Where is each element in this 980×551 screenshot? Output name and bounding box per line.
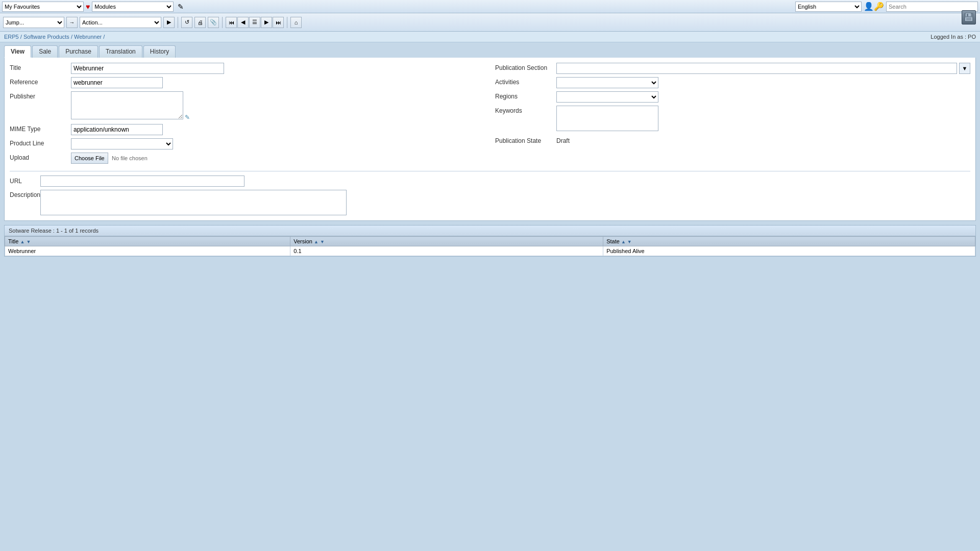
- software-release-table: Title ▲ ▼ Version ▲ ▼ State ▲ ▼ Webrunne…: [5, 236, 975, 256]
- breadcrumb-webrunner[interactable]: Webrunner: [74, 34, 102, 40]
- pub-section-dropdown-btn[interactable]: ▼: [959, 63, 970, 74]
- publisher-edit-icon[interactable]: ✎: [185, 114, 190, 121]
- pub-section-row: Publication Section ▼: [495, 63, 970, 74]
- jump-button[interactable]: →: [66, 17, 78, 28]
- breadcrumb-erp5[interactable]: ERP5: [4, 34, 19, 40]
- tab-sale[interactable]: Sale: [32, 45, 58, 58]
- refresh-button[interactable]: ↺: [181, 17, 192, 28]
- toolbar-separator-3: [287, 17, 287, 28]
- action-go-button[interactable]: ▶: [163, 17, 175, 28]
- pub-section-input[interactable]: [556, 63, 957, 74]
- language-select[interactable]: English: [795, 2, 862, 12]
- print-button[interactable]: 🖨: [194, 17, 206, 28]
- breadcrumb-sep-3: /: [103, 34, 105, 40]
- pub-state-label: Publication State: [495, 136, 556, 144]
- breadcrumb-software-products[interactable]: Software Products: [23, 34, 69, 40]
- top-bar-left: My Favourites ♥ Modules ✎: [2, 2, 795, 12]
- url-input[interactable]: [40, 176, 244, 187]
- form-section-main: Title Reference Publisher ✎ MIME T: [10, 63, 970, 167]
- mime-type-input[interactable]: [71, 124, 163, 135]
- nav-next-button[interactable]: ▶: [261, 17, 272, 28]
- user-icon: 👤🔑: [864, 2, 884, 11]
- title-input[interactable]: [71, 63, 224, 74]
- attach-icon-button[interactable]: 📎: [208, 17, 219, 28]
- nav-prev-button[interactable]: ◀: [237, 17, 249, 28]
- regions-select[interactable]: [556, 91, 658, 103]
- action-select[interactable]: Action...: [80, 17, 161, 28]
- form-left-column: Title Reference Publisher ✎ MIME T: [10, 63, 485, 167]
- mime-type-row: MIME Type: [10, 124, 485, 135]
- mime-type-label: MIME Type: [10, 124, 71, 133]
- mime-type-field: [71, 124, 485, 135]
- title-sort-asc-icon[interactable]: ▲: [20, 239, 24, 244]
- product-line-select[interactable]: [71, 138, 173, 149]
- tab-view[interactable]: View: [4, 45, 31, 58]
- activities-label: Activities: [495, 77, 556, 86]
- nav-last-button[interactable]: ⏭: [273, 17, 284, 28]
- save-icon-container: [962, 10, 978, 27]
- state-column-header[interactable]: State ▲ ▼: [603, 237, 975, 246]
- heart-button[interactable]: ♥: [86, 3, 90, 11]
- form-right-column: Publication Section ▼ Activities Regions: [495, 63, 970, 167]
- publisher-row: Publisher ✎: [10, 91, 485, 121]
- tab-purchase[interactable]: Purchase: [59, 45, 98, 58]
- nav-first-button[interactable]: ⏮: [226, 17, 237, 28]
- url-label: URL: [10, 178, 40, 185]
- regions-label: Regions: [495, 91, 556, 100]
- state-column-label: State: [606, 238, 620, 244]
- publisher-textarea[interactable]: [71, 91, 183, 119]
- breadcrumb-path: ERP5 / Software Products / Webrunner /: [4, 34, 105, 40]
- upload-label: Upload: [10, 153, 71, 161]
- description-label: Description: [10, 190, 40, 198]
- version-sort-asc-icon[interactable]: ▲: [314, 239, 318, 244]
- table-row: Webrunner 0.1 Published Alive: [5, 246, 975, 256]
- toolbar: Jump... → Action... ▶ ↺ 🖨 📎 ⏮ ◀ ☰ ▶ ⏭ ⌂: [0, 13, 980, 32]
- regions-row: Regions: [495, 91, 970, 103]
- form-container: Title Reference Publisher ✎ MIME T: [4, 58, 976, 221]
- state-sort-desc-icon[interactable]: ▼: [627, 239, 632, 244]
- keywords-textarea[interactable]: [556, 106, 658, 131]
- activities-row: Activities: [495, 77, 970, 88]
- keywords-label: Keywords: [495, 106, 556, 114]
- top-bar-right: English 👤🔑: [795, 2, 978, 12]
- description-textarea[interactable]: [40, 190, 347, 215]
- toolbar-separator-1: [178, 17, 178, 28]
- publisher-field: ✎: [71, 91, 485, 121]
- tabs-container: View Sale Purchase Translation History: [0, 42, 980, 58]
- version-column-header[interactable]: Version ▲ ▼: [290, 237, 603, 246]
- upload-row: Upload Choose File No file chosen: [10, 153, 485, 164]
- pub-state-value: Draft: [556, 136, 970, 144]
- favourites-select[interactable]: My Favourites: [2, 2, 84, 12]
- title-cell: Webrunner: [5, 246, 290, 256]
- tab-history[interactable]: History: [143, 45, 176, 58]
- choose-file-button[interactable]: Choose File: [71, 153, 108, 164]
- activities-select[interactable]: [556, 77, 658, 88]
- product-line-label: Product Line: [10, 138, 71, 147]
- title-sort-desc-icon[interactable]: ▼: [26, 239, 31, 244]
- edit-module-button[interactable]: ✎: [176, 2, 186, 12]
- version-cell: 0.1: [290, 246, 603, 256]
- state-sort-asc-icon[interactable]: ▲: [621, 239, 626, 244]
- breadcrumb: ERP5 / Software Products / Webrunner / L…: [0, 32, 980, 42]
- jump-select[interactable]: Jump...: [3, 17, 64, 28]
- state-cell: Published Alive: [603, 246, 975, 256]
- nav-list-button[interactable]: ☰: [249, 17, 260, 28]
- keywords-row: Keywords: [495, 106, 970, 133]
- home-button[interactable]: ⌂: [290, 17, 302, 28]
- modules-select[interactable]: Modules: [92, 2, 174, 12]
- title-column-header[interactable]: Title ▲ ▼: [5, 237, 290, 246]
- navigation-buttons: ⏮ ◀ ☰ ▶ ⏭: [226, 17, 284, 28]
- save-button[interactable]: [962, 10, 976, 24]
- keywords-field: [556, 106, 970, 133]
- svg-rect-2: [967, 14, 968, 16]
- regions-field: [556, 91, 970, 103]
- title-row: Title: [10, 63, 485, 74]
- title-field: [71, 63, 485, 74]
- table-section: Sotware Release : 1 - 1 of 1 records Tit…: [4, 225, 976, 257]
- svg-rect-4: [966, 18, 971, 20]
- reference-row: Reference: [10, 77, 485, 88]
- upload-field: Choose File No file chosen: [71, 153, 485, 164]
- reference-input[interactable]: [71, 77, 163, 88]
- version-sort-desc-icon[interactable]: ▼: [320, 239, 325, 244]
- tab-translation[interactable]: Translation: [99, 45, 142, 58]
